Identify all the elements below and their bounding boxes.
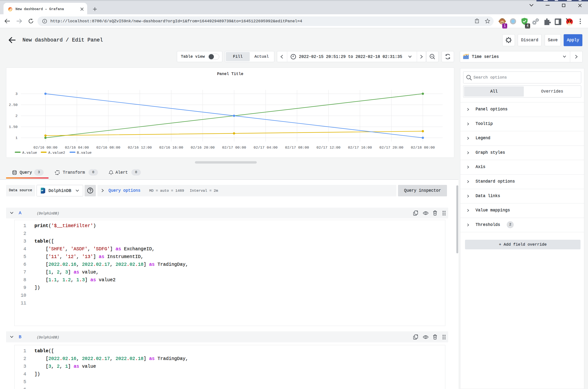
svg-text:02/17 20:00: 02/17 20:00 [379, 146, 403, 150]
svg-text:1: 1 [15, 136, 18, 140]
svg-text:2.50: 2.50 [9, 103, 18, 107]
svg-text:02/17 12:00: 02/17 12:00 [316, 146, 340, 150]
svg-text:02/17 04:00: 02/17 04:00 [254, 146, 278, 150]
svg-text:2: 2 [15, 114, 18, 118]
svg-text:02/17 08:00: 02/17 08:00 [285, 146, 309, 150]
svg-text:02/17 00:00: 02/17 00:00 [222, 146, 246, 150]
svg-text:1.50: 1.50 [9, 125, 18, 129]
svg-text:02/16 04:00: 02/16 04:00 [65, 146, 89, 150]
svg-text:02/16 08:00: 02/16 08:00 [96, 146, 120, 150]
svg-text:02/17 16:00: 02/17 16:00 [348, 146, 372, 150]
svg-text:A.value2: A.value2 [48, 151, 65, 155]
svg-text:A.value: A.value [22, 151, 37, 155]
svg-text:02/16 12:00: 02/16 12:00 [128, 146, 152, 150]
svg-text:02/16 20:00: 02/16 20:00 [191, 146, 215, 150]
svg-text:02/16 00:00: 02/16 00:00 [33, 146, 57, 150]
svg-text:B.value: B.value [77, 151, 92, 155]
svg-text:3: 3 [15, 92, 18, 96]
svg-text:02/16 16:00: 02/16 16:00 [159, 146, 183, 150]
svg-text:02/18 00:00: 02/18 00:00 [411, 146, 435, 150]
